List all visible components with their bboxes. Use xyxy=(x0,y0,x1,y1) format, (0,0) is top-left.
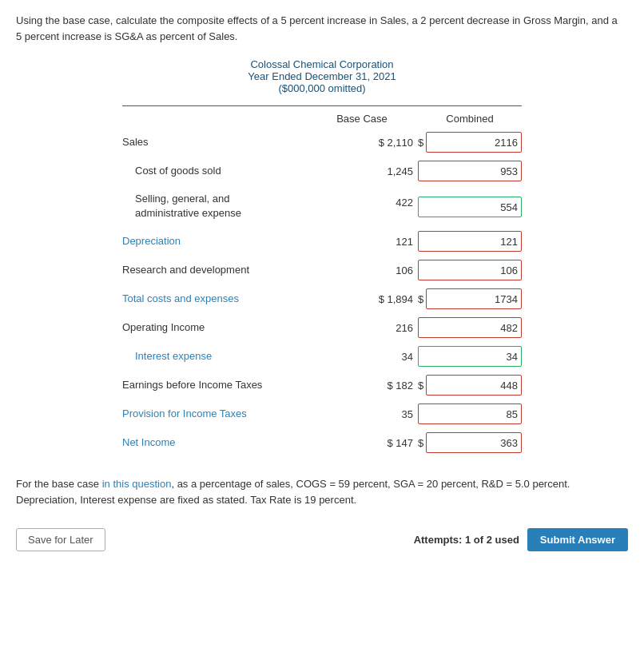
sales-input-cell: $ xyxy=(418,132,522,153)
ebit-base-value: $ 182 xyxy=(306,380,418,392)
net-income-input[interactable] xyxy=(426,432,522,453)
base-case-header: Base Case xyxy=(306,113,418,125)
interest-expense-label: Interest expense xyxy=(122,350,306,364)
column-headers: Base Case Combined xyxy=(122,113,522,125)
right-footer-section: Attempts: 1 of 2 used Submit Answer xyxy=(414,528,628,551)
footnote-text: For the base case in this question, as a… xyxy=(16,476,623,507)
ebit-dollar-sign: $ xyxy=(418,380,423,392)
cogs-input[interactable] xyxy=(418,161,522,181)
operating-income-base-value: 216 xyxy=(306,322,418,334)
sales-dollar-sign: $ xyxy=(418,137,423,149)
total-costs-input-cell: $ xyxy=(418,288,522,309)
submit-answer-button[interactable]: Submit Answer xyxy=(527,528,628,551)
company-header: Colossal Chemical Corporation Year Ended… xyxy=(16,58,628,94)
cogs-input-cell xyxy=(418,161,522,181)
provision-base-value: 35 xyxy=(306,408,418,420)
sga-input-cell xyxy=(418,192,522,217)
provision-input[interactable] xyxy=(418,404,522,424)
operating-income-input-cell xyxy=(418,317,522,338)
sales-label: Sales xyxy=(122,136,306,149)
rd-label: Research and development xyxy=(122,264,306,277)
sga-input[interactable] xyxy=(418,197,522,217)
footer-bar: Save for Later Attempts: 1 of 2 used Sub… xyxy=(16,522,628,551)
table-row: Depreciation 121 xyxy=(122,227,522,256)
company-omitted: ($000,000 omitted) xyxy=(16,82,628,94)
interest-expense-input[interactable] xyxy=(418,346,522,367)
cogs-base-value: 1,245 xyxy=(306,165,418,177)
table-row: Selling, general, andadministrative expe… xyxy=(122,185,522,227)
interest-expense-base-value: 34 xyxy=(306,351,418,363)
table-row: Net Income $ 147 $ xyxy=(122,428,522,457)
sga-base-value: 422 xyxy=(306,192,418,209)
provision-label: Provision for Income Taxes xyxy=(122,407,306,421)
total-costs-label: Total costs and expenses xyxy=(122,292,306,306)
table-row: Interest expense 34 xyxy=(122,342,522,371)
total-costs-dollar-sign: $ xyxy=(418,293,423,305)
total-costs-input[interactable] xyxy=(426,288,522,309)
footnote-blue: in this question xyxy=(102,478,172,490)
table-row: Sales $ 2,110 $ xyxy=(122,128,522,157)
attempts-text: Attempts: 1 of 2 used xyxy=(414,534,519,546)
depreciation-label: Depreciation xyxy=(122,235,306,248)
table-row: Earnings before Income Taxes $ 182 $ xyxy=(122,371,522,400)
interest-expense-input-cell xyxy=(418,346,522,367)
table-top-divider xyxy=(122,105,522,106)
instructions-text: Using the base case, calculate the compo… xyxy=(16,13,623,44)
table-row: Total costs and expenses $ 1,894 $ xyxy=(122,284,522,313)
footnote-prefix: For the base case xyxy=(16,478,102,490)
ebit-label: Earnings before Income Taxes xyxy=(122,379,306,392)
net-income-dollar-sign: $ xyxy=(418,437,423,449)
net-income-base-value: $ 147 xyxy=(306,437,418,449)
total-costs-base-value: $ 1,894 xyxy=(306,293,418,305)
depreciation-input[interactable] xyxy=(418,231,522,252)
financial-table: Base Case Combined Sales $ 2,110 $ Cost … xyxy=(122,105,522,457)
depreciation-input-cell xyxy=(418,231,522,252)
cogs-label: Cost of goods sold xyxy=(122,165,306,178)
depreciation-base-value: 121 xyxy=(306,236,418,248)
rd-input[interactable] xyxy=(418,260,522,280)
ebit-input-cell: $ xyxy=(418,375,522,396)
table-row: Research and development 106 xyxy=(122,256,522,284)
table-row: Provision for Income Taxes 35 xyxy=(122,400,522,428)
rd-base-value: 106 xyxy=(306,264,418,276)
rd-input-cell xyxy=(418,260,522,280)
operating-income-input[interactable] xyxy=(418,317,522,338)
table-row: Cost of goods sold 1,245 xyxy=(122,157,522,185)
ebit-input[interactable] xyxy=(426,375,522,396)
sga-label: Selling, general, andadministrative expe… xyxy=(122,192,306,221)
provision-input-cell xyxy=(418,404,522,424)
net-income-input-cell: $ xyxy=(418,432,522,453)
sales-base-value: $ 2,110 xyxy=(306,137,418,149)
combined-header: Combined xyxy=(418,113,522,125)
company-year: Year Ended December 31, 2021 xyxy=(16,70,628,82)
save-for-later-button[interactable]: Save for Later xyxy=(16,528,105,551)
table-row: Operating Income 216 xyxy=(122,313,522,342)
company-name: Colossal Chemical Corporation xyxy=(16,58,628,70)
net-income-label: Net Income xyxy=(122,436,306,450)
sales-input[interactable] xyxy=(426,132,522,153)
operating-income-label: Operating Income xyxy=(122,321,306,335)
